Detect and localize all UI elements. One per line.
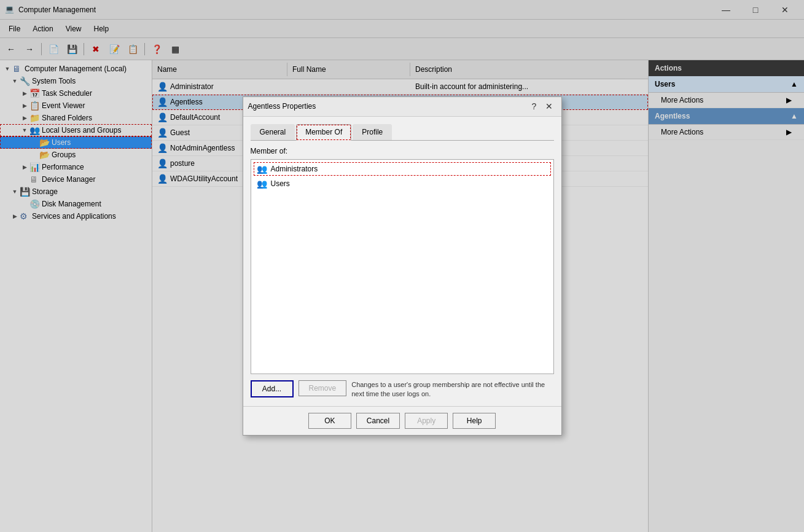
modal-close-button[interactable]: ✕	[542, 99, 556, 114]
member-item-administrators-label: Administrators	[271, 165, 318, 173]
member-group-icon: 👥	[257, 179, 267, 189]
member-of-label: Member of:	[251, 147, 554, 155]
tab-profile[interactable]: Profile	[353, 124, 392, 140]
help-footer-button[interactable]: Help	[453, 413, 496, 429]
member-of-section: Member of: 👥 Administrators 👥 Users	[251, 147, 554, 374]
member-item-administrators[interactable]: 👥 Administrators	[254, 162, 551, 176]
add-button[interactable]: Add...	[251, 380, 294, 397]
modal-titlebar: Agentless Properties ? ✕	[243, 97, 561, 117]
tab-general[interactable]: General	[251, 124, 295, 140]
member-list[interactable]: 👥 Administrators 👥 Users	[251, 159, 554, 374]
modal-agentless-properties: Agentless Properties ? ✕ General Member …	[243, 96, 562, 436]
modal-footer: OK Cancel Apply Help	[243, 406, 561, 435]
remove-button[interactable]: Remove	[299, 380, 347, 396]
modal-note: Changes to a user's group membership are…	[351, 380, 553, 399]
modal-action-row: Add... Remove Changes to a user's group …	[251, 380, 554, 399]
apply-button[interactable]: Apply	[405, 413, 448, 429]
ok-button[interactable]: OK	[308, 413, 351, 429]
member-item-users[interactable]: 👥 Users	[254, 177, 551, 190]
modal-overlay: Agentless Properties ? ✕ General Member …	[0, 0, 804, 532]
tab-member-of[interactable]: Member Of	[296, 124, 351, 141]
modal-body: General Member Of Profile Member of: 👥 A…	[243, 117, 561, 407]
modal-title: Agentless Properties	[248, 102, 527, 111]
member-item-users-label: Users	[271, 179, 290, 188]
modal-help-button[interactable]: ?	[527, 99, 542, 114]
cancel-button[interactable]: Cancel	[356, 413, 400, 429]
modal-tabs: General Member Of Profile	[251, 124, 554, 141]
member-group-icon: 👥	[257, 164, 267, 174]
